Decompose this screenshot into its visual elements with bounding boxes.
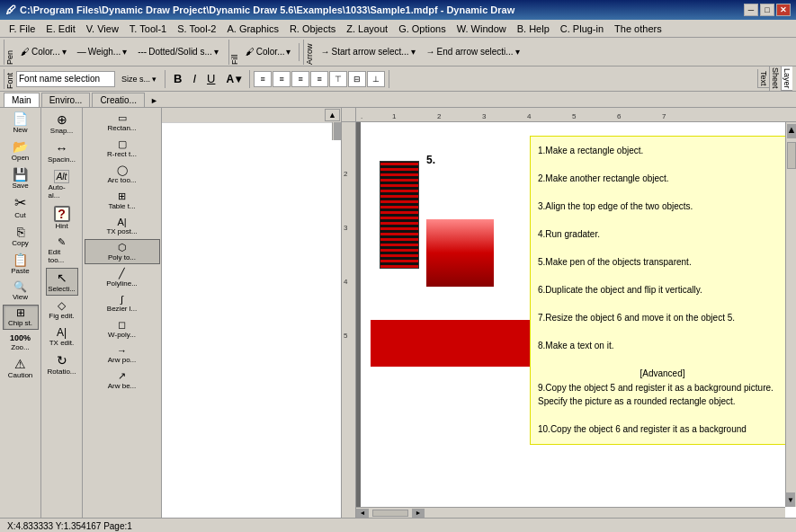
text-color-button[interactable]: A▾ <box>221 68 246 90</box>
bold-button[interactable]: B <box>169 68 186 90</box>
maximize-button[interactable]: □ <box>760 4 774 16</box>
scrollbar-thumb[interactable] <box>334 122 341 140</box>
menu-others[interactable]: The others <box>609 22 667 36</box>
toolbar1: Pen 🖌 Color...▾ — Weigh...▾ --- Dotted/S… <box>0 38 796 66</box>
arwpo-tool-button[interactable]: → Arw po... <box>85 342 160 367</box>
chip-icon: ⊞ <box>16 307 25 318</box>
auto-align-button[interactable]: Alt Auto-al... <box>46 167 78 202</box>
table-tool-button[interactable]: ⊞ Table t... <box>85 188 160 213</box>
copy-icon: ⎘ <box>17 226 24 238</box>
drawing-canvas[interactable]: 5. 1.Make a rectangle object. 2.Make ano… <box>356 122 796 518</box>
bottom-anchor-button[interactable]: ⊥ <box>367 71 385 87</box>
sheet-tab[interactable]: Sheet <box>769 66 781 92</box>
middle-anchor-button[interactable]: ⊟ <box>348 71 366 87</box>
menu-layout[interactable]: Z. Layout <box>341 22 393 36</box>
underline-button[interactable]: U <box>202 68 219 90</box>
start-arrow-button[interactable]: → Start arrow select...▾ <box>316 41 419 63</box>
hscroll-right[interactable]: ► <box>412 509 425 518</box>
wpoly-tool-button[interactable]: ◻ W-poly... <box>85 316 160 341</box>
bezier-tool-button[interactable]: ∫ Bezier l... <box>85 291 160 315</box>
panel-scrollbar[interactable] <box>332 122 341 140</box>
dotted-button[interactable]: --- Dotted/Solid s...▾ <box>133 41 223 63</box>
txpost-tool-button[interactable]: A| TX post... <box>85 214 160 238</box>
end-arrow-button[interactable]: → End arrow selecti...▾ <box>422 41 524 63</box>
top-anchor-button[interactable]: ⊤ <box>329 71 347 87</box>
menu-tool1[interactable]: T. Tool-1 <box>124 22 172 36</box>
canvas-hscroll[interactable]: ◄ ► <box>356 507 785 518</box>
dotted-icon: --- <box>138 47 147 57</box>
fig-edit-button[interactable]: ◇ Fig edit. <box>46 297 78 323</box>
poly-tool-button[interactable]: ⬡ Poly to... <box>85 239 160 264</box>
menu-edit[interactable]: E. Edit <box>40 22 80 36</box>
tree-content[interactable] <box>162 123 341 518</box>
paste-tool-button[interactable]: 📋 Paste <box>3 251 39 278</box>
color2-button[interactable]: 🖌 Color...▾ <box>241 41 296 63</box>
svg-text:7: 7 <box>662 112 666 120</box>
justify-button[interactable]: ≡ <box>310 71 328 87</box>
font-name-input[interactable] <box>16 71 115 87</box>
menu-graphics[interactable]: A. Graphics <box>221 22 283 36</box>
menu-file[interactable]: F. File <box>4 22 40 36</box>
italic-button[interactable]: I <box>188 68 201 90</box>
caution-tool-button[interactable]: ⚠ Caution <box>3 355 39 382</box>
open-tool-button[interactable]: 📂 Open <box>3 137 39 164</box>
ruler-vertical: 2 3 4 5 <box>342 122 356 518</box>
edit-too-button[interactable]: ✎ Edit too... <box>46 234 78 267</box>
snap-button[interactable]: ⊕ Snap... <box>46 110 78 137</box>
spacing-button[interactable]: ↔ Spacin... <box>46 138 78 166</box>
menu-help[interactable]: B. Help <box>512 22 555 36</box>
rect-tool-button[interactable]: ▭ Rectan... <box>85 110 160 135</box>
left-align-button[interactable]: ≡ <box>254 71 272 87</box>
canvas-vscroll-thumb[interactable] <box>787 142 796 169</box>
layer-tab[interactable]: Layer <box>781 66 792 91</box>
cut-tool-button[interactable]: ✂ Cut <box>3 193 39 222</box>
new-tool-button[interactable]: 📄 New <box>3 110 39 137</box>
tab-arrow[interactable]: ► <box>148 94 160 107</box>
menu-view[interactable]: V. View <box>81 22 124 36</box>
menu-window[interactable]: W. Window <box>452 22 512 36</box>
menu-objects[interactable]: R. Objects <box>284 22 341 36</box>
canvas-vscroll[interactable]: ▲ ▼ <box>785 122 796 507</box>
new-label: New <box>13 126 27 134</box>
caution-label: Caution <box>8 371 33 379</box>
view-tool-button[interactable]: 🔍 View <box>3 279 39 304</box>
canvas-vscroll-up[interactable]: ▲ <box>787 124 796 138</box>
rect-gradient[interactable] <box>426 219 494 287</box>
tab-main[interactable]: Main <box>4 93 40 107</box>
menu-options[interactable]: G. Options <box>393 22 452 36</box>
panel-scroll-up[interactable]: ▲ <box>325 109 340 121</box>
pen-label: Pen <box>4 40 14 65</box>
svg-text:3: 3 <box>344 224 348 232</box>
color1-button[interactable]: 🖌 Color...▾ <box>16 41 71 63</box>
size-button[interactable]: Size s...▾ <box>117 68 161 90</box>
menu-plugin[interactable]: C. Plug-in <box>555 22 609 36</box>
right-align-button[interactable]: ≡ <box>291 71 309 87</box>
polyline-tool-button[interactable]: ╱ Polyline... <box>85 265 160 290</box>
text-tab[interactable]: Text <box>757 69 769 89</box>
arwbe-tool-button[interactable]: ↗ Arw be... <box>85 368 160 393</box>
svg-text:2: 2 <box>344 170 348 178</box>
center-align-button[interactable]: ≡ <box>273 71 291 87</box>
tab-enviro[interactable]: Enviro... <box>41 93 91 107</box>
canvas-vscroll-down[interactable]: ▼ <box>786 492 795 507</box>
save-tool-button[interactable]: 💾 Save <box>3 165 39 192</box>
separator1 <box>299 43 300 61</box>
hint-button[interactable]: ? Hint <box>46 203 78 233</box>
hscroll-thumb[interactable] <box>372 510 408 517</box>
minimize-button[interactable]: ─ <box>744 4 758 16</box>
arc-tool-button[interactable]: ◯ Arc too... <box>85 162 160 187</box>
rotation-button[interactable]: ↻ Rotatio... <box>46 350 78 378</box>
menu-tool2[interactable]: S. Tool-2 <box>172 22 221 36</box>
rect-striped[interactable] <box>380 161 419 269</box>
select-button[interactable]: ↖ Selecti... <box>46 268 78 296</box>
tx-edit-button[interactable]: A| TX edit. <box>46 324 78 350</box>
copy-tool-button[interactable]: ⎘ Copy <box>3 223 39 250</box>
tab-creation[interactable]: Creatio... <box>92 93 145 107</box>
weight-button[interactable]: — Weigh...▾ <box>73 41 132 63</box>
chip-tool-button[interactable]: ⊞ Chip st. <box>3 305 39 330</box>
hscroll-left[interactable]: ◄ <box>356 509 369 518</box>
zoom-tool-button[interactable]: 100% Zoo... <box>3 331 39 354</box>
close-button[interactable]: ✕ <box>776 4 791 16</box>
note-line-3: 3.Align the top edge of the two objects. <box>538 200 787 214</box>
rrect-tool-button[interactable]: ▢ R-rect t... <box>85 136 160 161</box>
